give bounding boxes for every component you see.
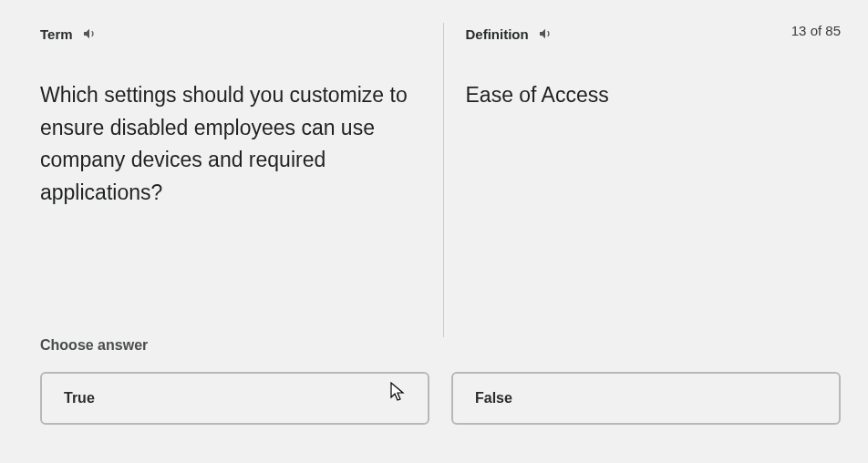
true-button[interactable]: True: [40, 372, 429, 425]
audio-icon[interactable]: [82, 26, 97, 41]
definition-column: Definition 13 of 85 Ease of Access: [444, 23, 869, 337]
choose-answer-area: Choose answer True False: [0, 337, 868, 425]
true-button-label: True: [64, 390, 95, 406]
term-header: Term: [40, 23, 416, 45]
term-label: Term: [40, 26, 73, 42]
card-counter: 13 of 85: [791, 23, 841, 38]
false-button[interactable]: False: [451, 372, 841, 425]
audio-icon[interactable]: [538, 26, 553, 41]
svg-marker-0: [84, 29, 89, 39]
false-button-label: False: [475, 390, 512, 406]
flashcard-area: Term Which settings should you customize…: [0, 0, 868, 337]
svg-marker-1: [540, 29, 545, 39]
answer-row: True False: [40, 372, 841, 425]
definition-header: Definition 13 of 85: [466, 23, 842, 45]
definition-text: Ease of Access: [466, 79, 842, 111]
term-text: Which settings should you customize to e…: [40, 79, 416, 210]
definition-label: Definition: [466, 26, 529, 42]
choose-answer-label: Choose answer: [40, 337, 841, 354]
term-column: Term Which settings should you customize…: [0, 23, 444, 337]
